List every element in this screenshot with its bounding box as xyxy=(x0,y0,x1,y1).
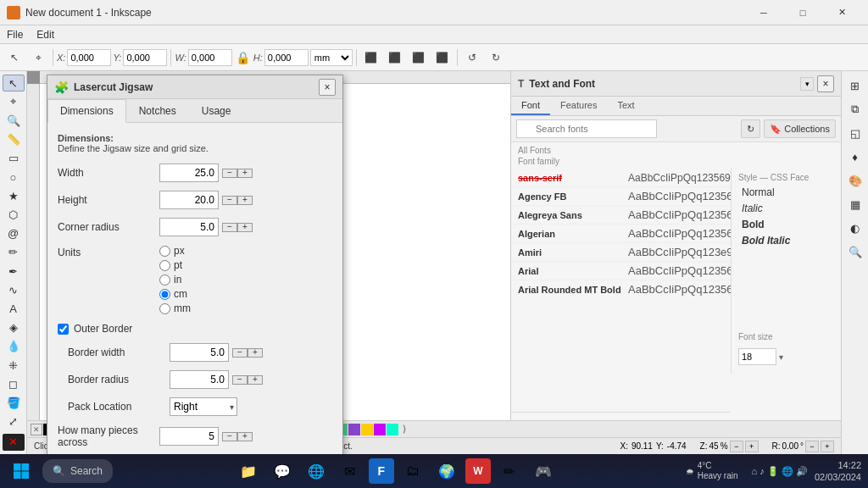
close-button[interactable]: ✕ xyxy=(822,0,861,25)
swatch-scroll-right[interactable]: ⟩ xyxy=(399,424,409,435)
y-input[interactable] xyxy=(123,49,167,66)
pencil-btn[interactable]: ✏ xyxy=(3,244,25,261)
text-btn[interactable]: A xyxy=(3,300,25,317)
dialog-titlebar[interactable]: 🧩 Lasercut Jigsaw × xyxy=(47,75,342,99)
taskbar-game[interactable]: 🎮 xyxy=(528,456,559,486)
h-input[interactable] xyxy=(264,49,309,66)
tab-dimensions[interactable]: Dimensions xyxy=(47,99,126,123)
layers-btn[interactable]: ⧉ xyxy=(844,98,866,120)
dropper-btn[interactable]: 💧 xyxy=(3,338,25,355)
taskbar-search[interactable]: 🔍 Search xyxy=(42,459,113,483)
align-left-btn[interactable]: ⬛ xyxy=(360,47,382,69)
dialog-close-x-btn[interactable]: × xyxy=(319,79,336,96)
start-button[interactable] xyxy=(0,454,42,488)
taskbar-chat[interactable]: 💬 xyxy=(267,456,298,486)
tab-features[interactable]: Features xyxy=(550,97,607,115)
style-normal[interactable]: Normal xyxy=(738,186,834,199)
rotate-cw-btn[interactable]: ↻ xyxy=(485,47,507,69)
unit-pt[interactable]: pt xyxy=(159,259,191,271)
3d-box-btn[interactable]: ⬡ xyxy=(3,206,25,223)
tab-usage[interactable]: Usage xyxy=(189,99,244,122)
measure-btn[interactable]: 📏 xyxy=(3,131,25,148)
border-radius-decrement-btn[interactable]: − xyxy=(232,375,248,385)
objects-btn[interactable]: ◱ xyxy=(844,122,866,144)
width-input[interactable] xyxy=(159,164,219,182)
unit-cm[interactable]: cm xyxy=(159,288,191,300)
taskbar-clock[interactable]: 14:22 02/03/2024 xyxy=(815,459,861,484)
pen-btn[interactable]: ✒ xyxy=(3,263,25,280)
symbols-btn[interactable]: ♦ xyxy=(844,146,866,168)
arrow-tool-btn[interactable]: ↖ xyxy=(3,75,25,92)
panel-close-btn[interactable]: × xyxy=(817,75,834,92)
paint-servers-btn[interactable]: 🎨 xyxy=(844,169,866,191)
rect-btn[interactable]: ▭ xyxy=(3,150,25,167)
menu-file[interactable]: File xyxy=(0,27,30,42)
menu-edit[interactable]: Edit xyxy=(30,27,61,42)
circle-btn[interactable]: ○ xyxy=(3,169,25,186)
unit-in[interactable]: in xyxy=(159,274,191,286)
rotate-ccw-btn[interactable]: ↺ xyxy=(461,47,483,69)
spiral-btn[interactable]: @ xyxy=(3,225,25,242)
x-btn[interactable]: ✕ xyxy=(3,434,25,451)
node-tool-btn[interactable]: ⌖ xyxy=(27,47,49,69)
height-decrement-btn[interactable]: − xyxy=(222,196,237,205)
taskbar-browser-1[interactable]: 🌐 xyxy=(301,456,331,486)
pieces-across-input[interactable] xyxy=(159,427,219,446)
align-center-btn[interactable]: ⬛ xyxy=(384,47,406,69)
swatch-violet[interactable] xyxy=(374,424,386,435)
pieces-across-decrement-btn[interactable]: − xyxy=(222,432,237,441)
fill-stroke-btn[interactable]: ◐ xyxy=(844,217,866,239)
node-edit-btn[interactable]: ⌖ xyxy=(3,93,25,110)
radio-px[interactable] xyxy=(159,246,170,257)
font-search-input[interactable] xyxy=(516,119,657,138)
unit-px[interactable]: px xyxy=(159,245,191,257)
zoom-out-btn[interactable]: − xyxy=(730,441,743,452)
tab-font[interactable]: Font xyxy=(511,97,550,115)
swatches-btn[interactable]: ▦ xyxy=(844,193,866,215)
calligraphy-btn[interactable]: ∿ xyxy=(3,281,25,298)
swatch-purple[interactable] xyxy=(348,424,360,435)
radio-pt[interactable] xyxy=(159,260,170,271)
style-bold-italic[interactable]: Bold Italic xyxy=(738,234,834,247)
width-decrement-btn[interactable]: − xyxy=(222,169,237,178)
search-panel-btn[interactable]: 🔍 xyxy=(844,241,866,263)
taskbar-browser-2[interactable]: 🌍 xyxy=(431,456,462,486)
radio-mm[interactable] xyxy=(159,303,170,314)
style-italic[interactable]: Italic xyxy=(738,202,834,215)
unit-mm[interactable]: mm xyxy=(159,302,191,314)
panel-scroll-down[interactable]: ▾ xyxy=(800,77,814,91)
collections-btn[interactable]: 🔖 Collections xyxy=(764,119,836,138)
height-increment-btn[interactable]: + xyxy=(237,196,253,205)
taskbar-mail[interactable]: ✉ xyxy=(335,456,365,486)
spray-btn[interactable]: ⁜ xyxy=(3,357,25,374)
radio-cm[interactable] xyxy=(159,289,170,300)
width-increment-btn[interactable]: + xyxy=(237,169,253,178)
gradient-btn[interactable]: ◈ xyxy=(3,319,25,336)
align-right-btn[interactable]: ⬛ xyxy=(408,47,430,69)
taskbar-folder[interactable]: 🗂 xyxy=(398,456,428,486)
swatch-gold[interactable] xyxy=(361,424,373,435)
font-size-input[interactable] xyxy=(738,348,776,365)
rotation-increment-btn[interactable]: + xyxy=(821,441,834,452)
font-size-down-arrow[interactable]: ▾ xyxy=(779,352,783,362)
paint-btn[interactable]: 🪣 xyxy=(3,394,25,411)
zoom-in-btn[interactable]: + xyxy=(745,441,759,452)
star-btn[interactable]: ★ xyxy=(3,187,25,204)
radio-in[interactable] xyxy=(159,274,170,286)
align-distribute-btn[interactable]: ⬛ xyxy=(431,47,453,69)
w-input[interactable] xyxy=(188,49,232,66)
lock-icon[interactable]: 🔒 xyxy=(234,51,252,64)
outer-border-checkbox[interactable] xyxy=(58,324,69,335)
no-fill-swatch[interactable]: ✕ xyxy=(31,424,42,435)
refresh-fonts-btn[interactable]: ↻ xyxy=(741,119,760,138)
xml-editor-btn[interactable]: ⊞ xyxy=(844,75,866,97)
maximize-button[interactable]: □ xyxy=(783,0,822,25)
zoom-btn[interactable]: 🔍 xyxy=(3,112,25,129)
eraser-btn[interactable]: ◻ xyxy=(3,375,25,392)
corner-radius-input[interactable] xyxy=(159,218,219,236)
rotation-decrement-btn[interactable]: − xyxy=(805,441,819,452)
minimize-button[interactable]: ─ xyxy=(744,0,783,25)
border-radius-input[interactable] xyxy=(170,370,229,389)
unit-select[interactable]: mm xyxy=(310,49,353,66)
connector-btn[interactable]: ⤢ xyxy=(3,413,25,430)
